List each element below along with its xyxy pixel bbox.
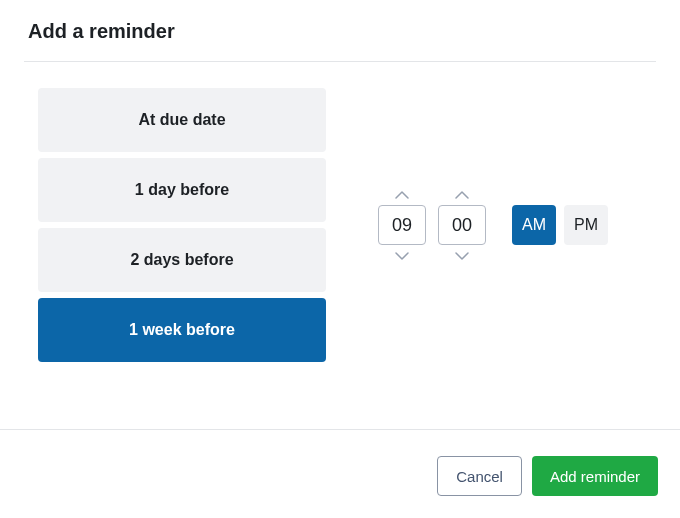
dialog-content: At due date 1 day before 2 days before 1… [0,62,680,422]
minute-stepper [438,187,486,263]
timing-option-2-days-before[interactable]: 2 days before [38,228,326,292]
timing-option-label: 1 day before [135,181,229,199]
pm-label: PM [574,216,598,234]
timing-option-1-week-before[interactable]: 1 week before [38,298,326,362]
cancel-label: Cancel [456,468,503,485]
chevron-down-icon[interactable] [454,249,470,263]
pm-button[interactable]: PM [564,205,608,245]
dialog-title: Add a reminder [28,20,652,43]
am-label: AM [522,216,546,234]
am-button[interactable]: AM [512,205,556,245]
chevron-up-icon[interactable] [454,187,470,201]
add-reminder-dialog: Add a reminder At due date 1 day before … [0,0,680,422]
hour-stepper [378,187,426,263]
time-picker: AM PM [378,187,608,263]
footer-divider [0,429,680,430]
ampm-toggle: AM PM [512,205,608,245]
timing-option-1-day-before[interactable]: 1 day before [38,158,326,222]
chevron-up-icon[interactable] [394,187,410,201]
timing-option-group: At due date 1 day before 2 days before 1… [38,88,326,362]
timing-option-label: At due date [138,111,225,129]
timing-option-at-due-date[interactable]: At due date [38,88,326,152]
submit-label: Add reminder [550,468,640,485]
chevron-down-icon[interactable] [394,249,410,263]
dialog-header: Add a reminder [0,0,680,61]
hour-input[interactable] [378,205,426,245]
timing-option-label: 2 days before [130,251,233,269]
add-reminder-button[interactable]: Add reminder [532,456,658,496]
cancel-button[interactable]: Cancel [437,456,522,496]
dialog-footer: Cancel Add reminder [437,456,658,496]
minute-input[interactable] [438,205,486,245]
timing-option-label: 1 week before [129,321,235,339]
